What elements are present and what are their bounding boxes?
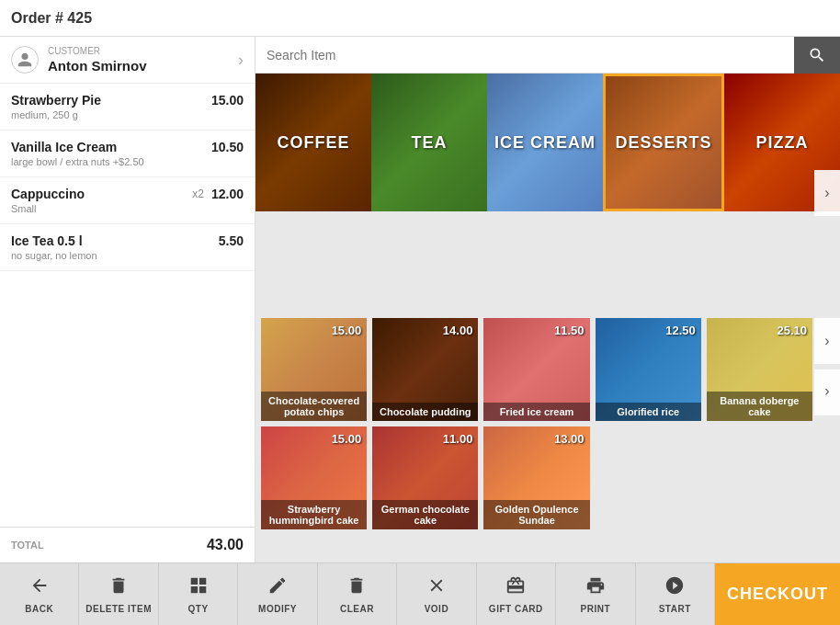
- total-value: 43.00: [207, 537, 244, 553]
- gift-card-button[interactable]: GIFT CARD: [477, 563, 556, 625]
- grid-item[interactable]: 15.00 Strawberry hummingbird cake: [261, 426, 367, 529]
- category-tab-label: DESSERTS: [606, 76, 721, 209]
- left-panel: CUSTOMER Anton Smirnov › Strawberry Pie …: [0, 37, 255, 562]
- print-button[interactable]: PRINT: [556, 563, 635, 625]
- delete-icon: [108, 575, 129, 600]
- qty-button[interactable]: QTY: [159, 563, 238, 625]
- checkout-button[interactable]: CHECKOUT: [715, 563, 840, 625]
- right-panel: COFFEE TEA ICE CREAM DESSERTS PIZZA › ‹ …: [255, 37, 840, 562]
- grid-item[interactable]: 25.10 Banana doberge cake: [707, 318, 812, 421]
- category-tabs-wrapper: COFFEE TEA ICE CREAM DESSERTS PIZZA › ‹: [255, 74, 840, 312]
- grid-item-price: 15.00: [332, 324, 362, 337]
- start-icon: [664, 575, 685, 600]
- search-input[interactable]: [267, 48, 829, 62]
- header: Order # 425: [0, 0, 840, 37]
- total-section: TOTAL 43.00: [0, 527, 255, 562]
- grid-item[interactable]: 11.50 Fried ice cream: [483, 318, 589, 421]
- grid-nav-down[interactable]: ›: [814, 369, 840, 415]
- back-button[interactable]: BACK: [0, 563, 79, 625]
- order-item-detail: medium, 250 g: [11, 109, 244, 120]
- category-tab-label: ICE CREAM: [487, 74, 603, 211]
- grid-item-label: Chocolate-covered potato chips: [261, 392, 367, 421]
- void-button[interactable]: VOID: [397, 563, 476, 625]
- search-bar: [255, 37, 840, 74]
- category-tab-ice-cream[interactable]: ICE CREAM: [487, 74, 603, 211]
- print-label: PRINT: [581, 604, 611, 614]
- order-item-name: Cappuccino: [11, 187, 85, 201]
- void-label: VOID: [425, 604, 448, 614]
- grid-nav: › ›: [814, 312, 840, 562]
- void-icon: [426, 575, 447, 600]
- delete-item-button[interactable]: DELETE ITEM: [79, 563, 158, 625]
- grid-item-price: 13.00: [554, 432, 585, 446]
- grid-nav-up[interactable]: ›: [814, 318, 840, 364]
- grid-item-price: 25.10: [777, 324, 807, 337]
- order-item-detail: no sugar, no lemon: [11, 250, 244, 261]
- print-icon: [585, 575, 606, 600]
- modify-label: MODIFY: [258, 604, 297, 614]
- grid-item[interactable]: 15.00 Chocolate-covered potato chips: [261, 318, 367, 421]
- grid-item-price: 14.00: [443, 324, 473, 337]
- grid-item[interactable]: 12.50 Glorified rice: [596, 318, 701, 421]
- grid-item-price: 15.00: [332, 432, 362, 446]
- category-tab-coffee[interactable]: COFFEE: [255, 74, 371, 211]
- modify-icon: [267, 575, 288, 600]
- qty-label: QTY: [188, 604, 209, 614]
- order-item-name: Strawberry Pie: [11, 93, 101, 108]
- checkout-label: CHECKOUT: [727, 585, 828, 604]
- order-item-qty: x2: [192, 188, 204, 200]
- category-tab-label: COFFEE: [255, 74, 371, 211]
- tabs-nav-right[interactable]: ›: [814, 170, 840, 216]
- grid-item-label: Glorified rice: [596, 403, 701, 421]
- main-area: CUSTOMER Anton Smirnov › Strawberry Pie …: [0, 37, 840, 562]
- clear-button[interactable]: CLEAR: [318, 563, 397, 625]
- order-item[interactable]: Strawberry Pie 15.00 medium, 250 g: [0, 84, 255, 131]
- grid-item-price: 11.00: [443, 432, 473, 446]
- grid-item-label: Strawberry hummingbird cake: [261, 500, 367, 529]
- modify-button[interactable]: MODIFY: [238, 563, 317, 625]
- order-item[interactable]: Vanilla Ice Cream 10.50 large bowl / ext…: [0, 131, 255, 177]
- order-item-detail: Small: [11, 203, 244, 214]
- back-label: BACK: [25, 604, 53, 614]
- order-items-list: Strawberry Pie 15.00 medium, 250 g Vanil…: [0, 84, 255, 527]
- category-tab-desserts[interactable]: DESSERTS: [603, 74, 724, 211]
- grid-item[interactable]: 14.00 Chocolate pudding: [372, 318, 478, 421]
- grid-item-label: Golden Opulence Sundae: [483, 500, 589, 529]
- category-tab-tea[interactable]: TEA: [371, 74, 487, 211]
- delete-label: DELETE ITEM: [85, 604, 152, 614]
- start-label: START: [659, 604, 691, 614]
- order-item-price: 10.50: [211, 140, 244, 154]
- order-item-name: Vanilla Ice Cream: [11, 140, 117, 154]
- grid-item-label: Banana doberge cake: [707, 392, 812, 421]
- customer-section[interactable]: CUSTOMER Anton Smirnov ›: [0, 37, 255, 84]
- avatar: [11, 46, 39, 74]
- grid-item[interactable]: 11.00 German chocolate cake: [372, 426, 478, 529]
- grid-item-price: 12.50: [665, 324, 696, 337]
- total-label: TOTAL: [11, 540, 44, 551]
- clear-label: CLEAR: [340, 604, 374, 614]
- customer-label: CUSTOMER: [48, 46, 147, 56]
- order-item-detail: large bowl / extra nuts +$2.50: [11, 156, 244, 167]
- items-grid: 15.00 Chocolate-covered potato chips 14.…: [261, 318, 812, 529]
- clear-icon: [346, 575, 367, 600]
- customer-text: CUSTOMER Anton Smirnov: [48, 46, 147, 74]
- chevron-right-icon: ›: [238, 51, 244, 70]
- customer-name: Anton Smirnov: [48, 58, 147, 74]
- grid-item-label: German chocolate cake: [372, 500, 478, 529]
- grid-item[interactable]: 13.00 Golden Opulence Sundae: [483, 426, 589, 529]
- order-title: Order # 425: [11, 10, 92, 27]
- start-button[interactable]: START: [636, 563, 715, 625]
- items-grid-wrapper: 15.00 Chocolate-covered potato chips 14.…: [255, 312, 840, 562]
- gift-card-icon: [505, 575, 526, 600]
- order-item-name: Ice Tea 0.5 l: [11, 233, 83, 248]
- order-item[interactable]: Cappuccino x2 12.00 Small: [0, 177, 255, 224]
- order-item-price: 5.50: [219, 233, 244, 248]
- bottom-toolbar: BACK DELETE ITEM QTY MODIFY CLEAR VOID: [0, 562, 840, 625]
- qty-icon: [188, 575, 209, 600]
- grid-item-price: 11.50: [554, 324, 585, 337]
- search-button[interactable]: [794, 37, 840, 74]
- order-item[interactable]: Ice Tea 0.5 l 5.50 no sugar, no lemon: [0, 224, 255, 271]
- grid-item-label: Chocolate pudding: [372, 403, 478, 421]
- order-item-price: 12.00: [211, 187, 244, 201]
- category-tab-label: TEA: [371, 74, 487, 211]
